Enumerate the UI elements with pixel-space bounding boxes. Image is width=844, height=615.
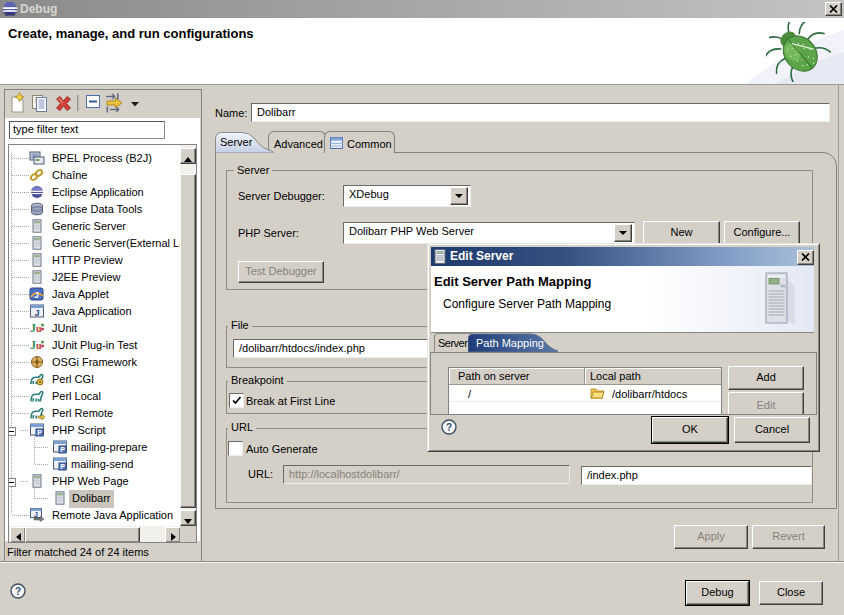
svg-text:P: P: [60, 463, 65, 470]
svg-text:J: J: [34, 308, 39, 318]
svg-text:J: J: [34, 511, 38, 518]
svg-text:P: P: [60, 446, 65, 453]
svg-text:P: P: [37, 429, 42, 436]
svg-text:?: ?: [15, 586, 21, 597]
svg-text:J: J: [34, 290, 39, 300]
svg-text:?: ?: [446, 422, 452, 433]
